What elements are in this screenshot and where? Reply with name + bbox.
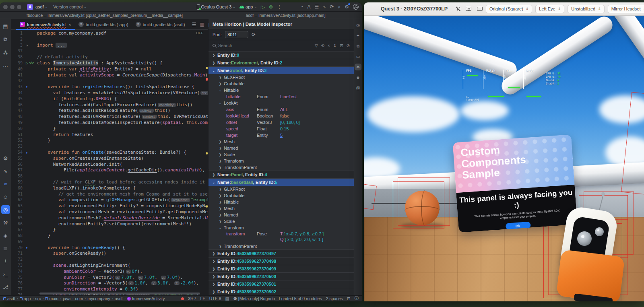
collapse-all-icon[interactable]: ×: [328, 43, 330, 48]
version-control-tool-icon[interactable]: ⧉: [1, 35, 10, 44]
chevron-down-icon[interactable]: ⌄: [212, 69, 216, 72]
run-button[interactable]: ▷: [261, 4, 265, 10]
split-editor-icon[interactable]: ▥: [200, 22, 204, 27]
tree-row-property[interactable]: hittableEnumLineTest: [208, 93, 354, 100]
branches-tool-icon[interactable]: ⎇: [1, 282, 10, 291]
notifications-tool-icon[interactable]: ◷: [355, 22, 361, 29]
port-input[interactable]: 8011: [225, 31, 248, 38]
tree-row-component[interactable]: ❯GLXFRoot: [208, 74, 354, 80]
unlock-icon[interactable]: ⊡: [347, 296, 351, 301]
chevron-right-icon[interactable]: ❯: [218, 220, 222, 223]
zoom-window-icon[interactable]: [17, 5, 21, 9]
search-input[interactable]: Search: [218, 43, 312, 48]
chevron-right-icon[interactable]: ❯: [218, 146, 222, 150]
run-gutter-icon[interactable]: ▷: [26, 60, 28, 66]
close-tab-icon[interactable]: ×: [68, 22, 71, 27]
tree-row-entity[interactable]: ❯Entity ID: 4503599627370499: [208, 265, 354, 272]
chevron-right-icon[interactable]: ❯: [218, 194, 222, 198]
tree-row-component[interactable]: ❯Scale: [208, 151, 354, 158]
notifications-icon[interactable]: ⓘ: [355, 296, 359, 301]
todo-icon[interactable]: ☰: [314, 4, 319, 10]
attach-debugger-icon[interactable]: ⌁: [323, 4, 326, 10]
tree-row-component[interactable]: ⌄Transform: [208, 225, 354, 231]
data-inspector-tool-icon[interactable]: ◎: [1, 205, 10, 214]
tree-row-entity[interactable]: ⌄Name: robot, Entity ID: 3: [208, 66, 354, 74]
tree-row-entity[interactable]: ❯Name: Panel, Entity ID: 4: [208, 171, 354, 178]
tree-row-property[interactable]: transformPoseT:[ x:-0.7, y:0.8, z:0.7 ]Q…: [208, 231, 354, 243]
override-gutter-icon[interactable]: ↑: [26, 150, 28, 156]
settings-icon[interactable]: ⚙: [345, 4, 349, 10]
fold-gutter-icon[interactable]: >: [26, 43, 28, 49]
horizontal-scrollbar[interactable]: [39, 293, 200, 295]
line-separator[interactable]: LF: [200, 296, 205, 301]
refresh-icon[interactable]: ⟳: [252, 32, 256, 37]
mentions-tool-icon[interactable]: @: [355, 84, 361, 91]
tree-row-component[interactable]: ⌄LookAt: [208, 100, 354, 106]
chevron-right-icon[interactable]: ❯: [218, 200, 222, 204]
chevron-down-icon[interactable]: ⌄: [212, 181, 216, 184]
emulator-tool-icon[interactable]: ☻: [355, 74, 361, 81]
chevron-right-icon[interactable]: ❯: [212, 290, 216, 294]
readonly-icon[interactable]: ▤: [225, 296, 229, 301]
caret-position[interactable]: 39:7: [188, 296, 196, 301]
tree-row-component[interactable]: ❯Grabbable: [208, 192, 354, 199]
structure-tool-icon[interactable]: ⁂: [1, 48, 10, 57]
chevron-right-icon[interactable]: ❯: [218, 187, 222, 191]
profiler-tool-icon[interactable]: ∿: [1, 167, 10, 175]
problems-tool-icon[interactable]: !: [1, 257, 10, 266]
meta-horizon-tool-icon[interactable]: ∞: [355, 64, 361, 70]
tree-row-property[interactable]: lookAtHeadBooleanfalse: [208, 113, 354, 119]
debug-button[interactable]: ⊛: [269, 4, 273, 10]
chevron-right-icon[interactable]: ❯: [212, 54, 216, 57]
web-tool-icon[interactable]: ◈: [1, 231, 10, 240]
tree-row-entity[interactable]: ❯Entity ID: 4503599627370500: [208, 272, 354, 280]
breadcrumb-item[interactable]: CImmersiveActivity: [127, 296, 165, 301]
tree-row-component[interactable]: ❯Named: [208, 212, 354, 218]
tree-row-property[interactable]: axisEnumALL: [208, 106, 354, 113]
tree-row-property[interactable]: speedFloat0.15: [208, 126, 354, 132]
tree-row-entity[interactable]: ❯Entity ID: 4503599627370497: [208, 249, 354, 257]
device-explorer-tool-icon[interactable]: ≣: [1, 244, 10, 253]
chevron-right-icon[interactable]: ❯: [218, 82, 222, 86]
emoji-tool-icon[interactable]: ☺: [1, 192, 10, 201]
rollback-icon[interactable]: ⟲: [321, 43, 324, 48]
close-window-icon[interactable]: [3, 5, 8, 9]
tree-row-component[interactable]: ❯TransformParent: [208, 164, 354, 171]
record-screen-icon[interactable]: [477, 7, 483, 11]
code-editor[interactable]: OFF 1package com.mycompany.asdf23>import…: [11, 30, 208, 295]
breadcrumb-item[interactable]: src: [35, 296, 41, 301]
breadcrumb-item[interactable]: main: [45, 296, 58, 301]
breadcrumb-item[interactable]: com: [75, 296, 83, 301]
tree-row-component[interactable]: ❯Scale: [208, 218, 354, 225]
tree-row-component[interactable]: ⌄Hittable: [208, 87, 354, 93]
tree-row-entity[interactable]: ❯Entity ID: 4503599627370498: [208, 257, 354, 265]
chevron-down-icon[interactable]: ⌄: [218, 89, 222, 92]
editor-tab[interactable]: Gbuild.gradle.kts (asdf): [132, 19, 189, 29]
settings-tool-icon[interactable]: ⚙: [1, 154, 10, 163]
project-selector[interactable]: asdf⌄: [35, 4, 48, 9]
device-mirror-tool-icon[interactable]: ▭: [355, 53, 361, 60]
tree-row-entity[interactable]: ❯Entity ID: 4503599627370501: [208, 280, 354, 288]
tree-row-component[interactable]: ❯TransformParent: [208, 243, 354, 249]
version-control-menu[interactable]: Version control⌄: [54, 4, 87, 9]
tree-row-entity[interactable]: ⌄Name: basketBall, Entity ID: 5: [208, 178, 354, 186]
breadcrumb-item[interactable]: mycompany: [87, 296, 110, 301]
tree-row-entity[interactable]: ❯Entity ID: 4503599627370502: [208, 288, 354, 295]
layers-tool-icon[interactable]: ⧉: [355, 43, 361, 49]
tree-row-component[interactable]: ❯Transform: [208, 158, 354, 164]
lock-icon[interactable]: ⊡: [340, 43, 343, 48]
editor-tab[interactable]: Gbuild.gradle.kts (:app): [75, 19, 132, 29]
chevron-right-icon[interactable]: ❯: [212, 252, 216, 255]
sync-icon[interactable]: ⟳: [330, 4, 334, 10]
chevron-down-icon[interactable]: ⌄: [218, 226, 222, 230]
chevron-right-icon[interactable]: ❯: [218, 213, 222, 217]
expand-all-icon[interactable]: ⇕: [333, 43, 336, 48]
tree-row-component[interactable]: ❯Grabbable: [208, 80, 354, 87]
profile-app-icon[interactable]: ◔: [300, 4, 303, 10]
chevron-right-icon[interactable]: ❯: [212, 275, 216, 278]
clear-icon[interactable]: ⊘: [347, 43, 350, 48]
microphone-muted-icon[interactable]: [457, 7, 460, 11]
camera-icon[interactable]: [466, 7, 471, 11]
chevron-right-icon[interactable]: ❯: [212, 260, 216, 263]
device-selector[interactable]: Oculus Quest 3⌄: [197, 4, 236, 10]
